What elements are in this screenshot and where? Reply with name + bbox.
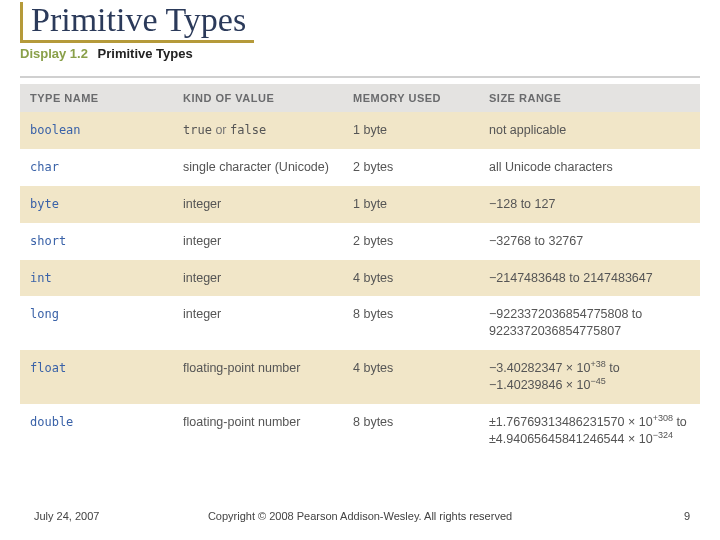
cell-type-name: int: [20, 260, 173, 297]
footer-page-number: 9: [684, 510, 690, 522]
cell-memory: 2 bytes: [343, 223, 479, 260]
cell-kind: single character (Unicode): [173, 149, 343, 186]
cell-kind: floating-point number: [173, 350, 343, 404]
cell-kind: integer: [173, 260, 343, 297]
cell-type-name: byte: [20, 186, 173, 223]
display-number: Display 1.2: [20, 46, 88, 61]
table-row: booleantrue or false1 bytenot applicable: [20, 112, 700, 149]
cell-type-name: long: [20, 296, 173, 350]
page-title: Primitive Types: [31, 2, 246, 38]
footer: July 24, 2007 Copyright © 2008 Pearson A…: [0, 510, 720, 532]
cell-memory: 4 bytes: [343, 260, 479, 297]
cell-kind: integer: [173, 296, 343, 350]
cell-type-name: float: [20, 350, 173, 404]
footer-copyright: Copyright © 2008 Pearson Addison-Wesley.…: [0, 510, 720, 522]
cell-size-range: −9223372036854775808 to 9223372036854775…: [479, 296, 700, 350]
table-row: intinteger4 bytes−2147483648 to 21474836…: [20, 260, 700, 297]
table-row: longinteger8 bytes−9223372036854775808 t…: [20, 296, 700, 350]
table-body: booleantrue or false1 bytenot applicable…: [20, 112, 700, 458]
cell-kind: integer: [173, 186, 343, 223]
table-row: shortinteger2 bytes−32768 to 32767: [20, 223, 700, 260]
table-row: byteinteger1 byte−128 to 127: [20, 186, 700, 223]
cell-memory: 8 bytes: [343, 296, 479, 350]
divider: [20, 76, 700, 78]
table-row: doublefloating-point number8 bytes±1.767…: [20, 404, 700, 458]
table-header-row: TYPE NAME KIND OF VALUE MEMORY USED SIZE…: [20, 84, 700, 112]
cell-size-range: not applicable: [479, 112, 700, 149]
cell-size-range: −2147483648 to 2147483647: [479, 260, 700, 297]
col-kind: KIND OF VALUE: [173, 84, 343, 112]
display-title: Primitive Types: [98, 46, 193, 61]
table-area: TYPE NAME KIND OF VALUE MEMORY USED SIZE…: [20, 76, 700, 458]
cell-kind: true or false: [173, 112, 343, 149]
cell-memory: 8 bytes: [343, 404, 479, 458]
cell-size-range: −128 to 127: [479, 186, 700, 223]
cell-type-name: char: [20, 149, 173, 186]
cell-memory: 4 bytes: [343, 350, 479, 404]
cell-type-name: boolean: [20, 112, 173, 149]
cell-memory: 2 bytes: [343, 149, 479, 186]
cell-kind: integer: [173, 223, 343, 260]
title-container: Primitive Types: [20, 2, 254, 43]
cell-kind: floating-point number: [173, 404, 343, 458]
display-heading: Display 1.2 Primitive Types: [20, 46, 193, 61]
col-memory: MEMORY USED: [343, 84, 479, 112]
cell-size-range: ±1.76769313486231570 × 10+308 to±4.94065…: [479, 404, 700, 458]
primitive-types-table: TYPE NAME KIND OF VALUE MEMORY USED SIZE…: [20, 84, 700, 458]
cell-memory: 1 byte: [343, 186, 479, 223]
col-type-name: TYPE NAME: [20, 84, 173, 112]
cell-memory: 1 byte: [343, 112, 479, 149]
table-row: floatfloating-point number4 bytes−3.4028…: [20, 350, 700, 404]
cell-size-range: −3.40282347 × 10+38 to−1.40239846 × 10−4…: [479, 350, 700, 404]
slide: Primitive Types Display 1.2 Primitive Ty…: [0, 0, 720, 540]
cell-type-name: short: [20, 223, 173, 260]
col-size-range: SIZE RANGE: [479, 84, 700, 112]
cell-type-name: double: [20, 404, 173, 458]
cell-size-range: −32768 to 32767: [479, 223, 700, 260]
cell-size-range: all Unicode characters: [479, 149, 700, 186]
table-row: charsingle character (Unicode)2 bytesall…: [20, 149, 700, 186]
